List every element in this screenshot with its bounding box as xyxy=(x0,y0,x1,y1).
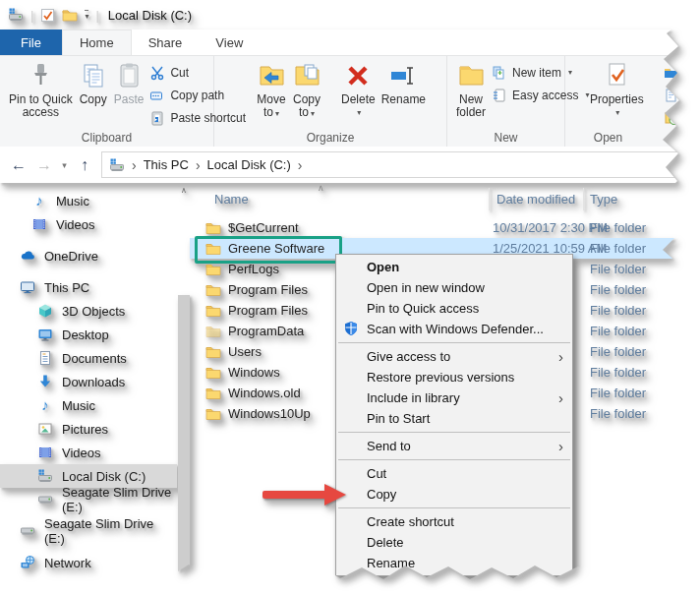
download-arrow-icon xyxy=(37,374,53,389)
menu-item-pin-to-start[interactable]: Pin to Start xyxy=(336,408,572,429)
sort-ascending-icon: ∧ xyxy=(318,183,324,193)
history-button[interactable]: H xyxy=(661,107,696,128)
folder-icon xyxy=(205,344,221,360)
sidebar-item-pictures[interactable]: Pictures xyxy=(0,417,177,441)
group-label-clipboard: Clipboard xyxy=(0,131,213,145)
address-bar[interactable]: › This PC › Local Disk (C:) › xyxy=(101,151,694,178)
column-header-name[interactable]: Name xyxy=(214,192,249,207)
new-folder-icon xyxy=(456,61,486,90)
menu-item-open[interactable]: Open xyxy=(336,257,572,277)
submenu-chevron-icon: › xyxy=(558,436,563,456)
pin-to-quick-access-button[interactable]: Pin to Quick access xyxy=(6,59,76,121)
recent-locations-caret-icon[interactable]: ▾ xyxy=(57,160,72,170)
copy-button[interactable]: Copy xyxy=(76,59,111,108)
copy-to-button[interactable]: Copy to▾ xyxy=(289,59,324,122)
properties-button[interactable]: Properties ▾ xyxy=(587,59,647,121)
qat-new-folder-icon[interactable] xyxy=(62,7,78,23)
column-divider[interactable] xyxy=(583,188,584,210)
folder-icon-hidden xyxy=(205,324,221,339)
titlebar: | ▾ | Local Disk (C:) xyxy=(0,0,700,30)
annotation-arrow-copy xyxy=(262,484,347,506)
menu-item-open-in-new-window[interactable]: Open in new window xyxy=(336,277,572,298)
open-button[interactable]: O xyxy=(661,62,696,83)
rename-button[interactable]: Rename xyxy=(379,59,429,108)
breadcrumb-chevron-icon[interactable]: › xyxy=(294,157,307,173)
tab-share[interactable]: Share xyxy=(132,30,200,55)
onedrive-cloud-icon xyxy=(20,248,35,264)
qat-customize-caret-icon[interactable]: ▾ xyxy=(85,10,88,21)
dropdown-caret-icon: ▾ xyxy=(311,109,315,118)
document-icon xyxy=(37,350,53,366)
sidebar-item-seagate-drive[interactable]: Seagate Slim Drive (E:) xyxy=(0,488,177,511)
menu-item-cut[interactable]: Cut xyxy=(336,463,572,484)
copy-icon xyxy=(79,61,108,90)
sidebar-item-onedrive[interactable]: OneDrive xyxy=(0,244,177,268)
sidebar-item-music[interactable]: ♪Music xyxy=(0,393,177,417)
column-header-type[interactable]: Type xyxy=(590,192,617,207)
menu-item-copy[interactable]: Copy xyxy=(336,484,572,505)
tab-home[interactable]: Home xyxy=(62,30,132,55)
breadcrumb-this-pc[interactable]: This PC xyxy=(144,157,189,172)
move-to-button[interactable]: Move to▾ xyxy=(254,59,289,122)
local-disk-icon xyxy=(37,468,53,484)
navigation-bar: ← → ▾ ↑ › This PC › Local Disk (C:) › xyxy=(0,147,700,183)
breadcrumb-chevron-icon[interactable]: › xyxy=(128,157,141,173)
breadcrumb-local-disk[interactable]: Local Disk (C:) xyxy=(207,157,291,172)
menu-item-pin-to-quick-access[interactable]: Pin to Quick access xyxy=(336,298,572,319)
delete-button[interactable]: Delete ▾ xyxy=(338,59,379,121)
navigation-pane: ♪Music Videos OneDrive This PC 3D Object… xyxy=(0,183,177,189)
column-divider[interactable] xyxy=(489,188,490,210)
sidebar-item-desktop[interactable]: Desktop xyxy=(0,323,177,346)
menu-item-delete[interactable]: Delete xyxy=(336,532,572,553)
menu-item-give-access-to[interactable]: Give access to› xyxy=(336,346,572,367)
tab-file[interactable]: File xyxy=(0,30,62,55)
menu-item-rename[interactable]: Rename xyxy=(336,553,572,573)
qat-properties-icon[interactable] xyxy=(40,8,55,23)
breadcrumb-chevron-icon[interactable]: › xyxy=(192,157,204,173)
edit-button[interactable]: E xyxy=(661,85,696,105)
scrollbar-thumb[interactable] xyxy=(178,295,190,580)
sidebar-item-3d-objects[interactable]: 3D Objects xyxy=(0,299,177,323)
sidebar-item-music[interactable]: ♪Music xyxy=(0,189,177,212)
address-drive-icon xyxy=(109,157,125,173)
desktop-monitor-icon xyxy=(37,327,53,342)
column-header-date-modified[interactable]: Date modified xyxy=(496,192,575,207)
sidebar-item-videos[interactable]: Videos xyxy=(0,441,177,464)
folder-icon xyxy=(205,365,221,381)
external-drive-icon xyxy=(20,523,35,539)
menu-separator xyxy=(338,342,570,343)
forward-button[interactable]: → xyxy=(31,156,57,174)
up-button[interactable]: ↑ xyxy=(72,156,97,174)
paste-button[interactable]: Paste xyxy=(111,59,147,108)
menu-item-include-in-library[interactable]: Include in library› xyxy=(336,387,572,408)
sidebar-item-documents[interactable]: Documents xyxy=(0,346,177,370)
history-clock-icon xyxy=(664,110,679,126)
submenu-chevron-icon: › xyxy=(558,346,563,367)
file-row[interactable]: $GetCurrent 10/31/2017 2:30 PM File fold… xyxy=(190,217,700,238)
folder-icon xyxy=(205,282,221,298)
sidebar-item-this-pc[interactable]: This PC xyxy=(0,275,177,299)
column-headers: ∧ Name Date modified Type xyxy=(190,187,700,210)
sidebar-item-network[interactable]: Network xyxy=(0,551,177,574)
move-to-icon xyxy=(257,61,286,90)
scroll-up-icon[interactable]: ∧ xyxy=(178,186,190,195)
sidebar-item-downloads[interactable]: Downloads xyxy=(0,370,177,393)
back-button[interactable]: ← xyxy=(6,156,31,174)
ribbon: Pin to Quick access Copy Paste Cut xyxy=(0,55,700,148)
ribbon-group-open: Properties ▾ O E H xyxy=(565,56,700,147)
menu-item-create-shortcut[interactable]: Create shortcut xyxy=(336,511,572,532)
menu-item-restore-previous-versions[interactable]: Restore previous versions xyxy=(336,367,572,387)
properties-icon xyxy=(602,61,631,90)
copy-path-icon xyxy=(149,88,165,103)
tab-view[interactable]: View xyxy=(199,30,260,55)
dropdown-caret-icon: ▾ xyxy=(275,109,279,118)
new-item-icon xyxy=(492,65,507,81)
sidebar-item-videos[interactable]: Videos xyxy=(0,212,177,236)
network-globe-icon xyxy=(20,555,35,570)
sidebar-item-seagate-drive[interactable]: Seagate Slim Drive (E:) xyxy=(0,519,177,543)
submenu-chevron-icon: › xyxy=(558,387,563,408)
folder-icon xyxy=(205,406,221,422)
menu-item-scan-with-windows-defender[interactable]: Scan with Windows Defender... xyxy=(336,319,572,339)
new-folder-button[interactable]: New folder xyxy=(453,59,489,121)
menu-item-send-to[interactable]: Send to› xyxy=(336,436,572,456)
